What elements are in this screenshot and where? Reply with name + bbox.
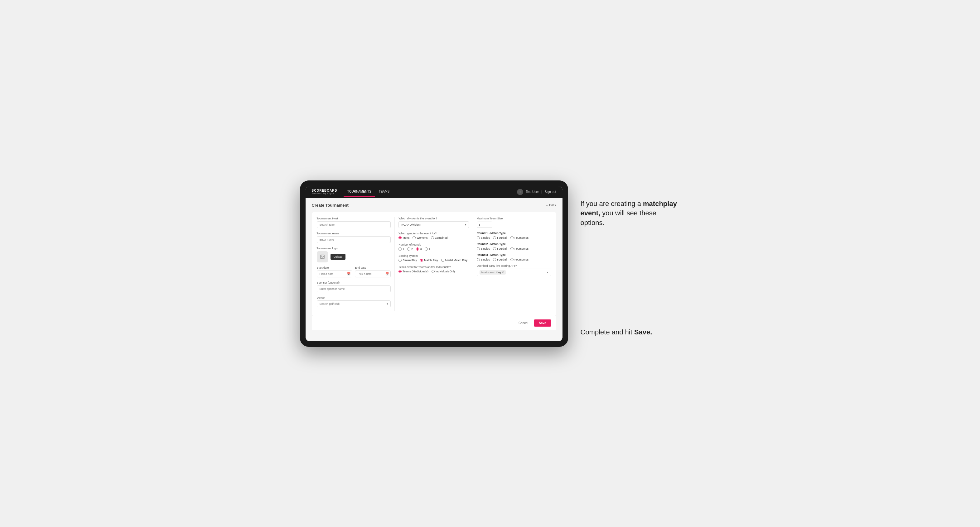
- radio-r1-fourball[interactable]: Fourball: [493, 236, 507, 239]
- radio-teams[interactable]: Teams (+Individuals): [398, 270, 428, 273]
- nav-tabs: TOURNAMENTS TEAMS: [344, 187, 393, 197]
- max-team-size-label: Maximum Team Size: [477, 217, 551, 220]
- sponsor-input[interactable]: [317, 286, 391, 292]
- cancel-button[interactable]: Cancel: [515, 319, 531, 327]
- radio-r1-foursomes[interactable]: Foursomes: [511, 236, 528, 239]
- radio-r3-fourball[interactable]: Fourball: [493, 258, 507, 261]
- radio-r1-foursomes-input[interactable]: [511, 236, 514, 239]
- round2-radio-group: Singles Fourball Foursomes: [477, 247, 551, 250]
- radio-r2-singles-input[interactable]: [477, 247, 480, 250]
- radio-r1-singles-input[interactable]: [477, 236, 480, 239]
- radio-r3-singles-input[interactable]: [477, 258, 480, 261]
- round1-match-type: Round 1 - Match Type Singles Fourball: [477, 232, 551, 239]
- radio-r3-fourball-input[interactable]: [493, 258, 496, 261]
- radio-round-1-input[interactable]: [398, 248, 402, 251]
- radio-r2-fourball-input[interactable]: [493, 247, 496, 250]
- annotation-bottom-text: Complete and hit: [581, 328, 634, 336]
- tablet-screen: SCOREBOARD Powered by clippt TOURNAMENTS…: [305, 186, 563, 341]
- calendar-icon: 📅: [347, 272, 350, 276]
- form-col-3: Maximum Team Size Round 1 - Match Type S…: [473, 217, 551, 311]
- radio-stroke-play[interactable]: Stroke Play: [398, 259, 417, 262]
- sponsor-label: Sponsor (optional): [317, 281, 391, 284]
- radio-round-2-input[interactable]: [407, 248, 410, 251]
- radio-round-3-input[interactable]: [416, 248, 419, 251]
- radio-stroke-play-input[interactable]: [398, 259, 402, 262]
- radio-round-2[interactable]: 2: [407, 248, 413, 251]
- venue-input[interactable]: [317, 300, 391, 307]
- radio-r2-foursomes-input[interactable]: [511, 247, 514, 250]
- app-logo: SCOREBOARD Powered by clippt: [312, 189, 337, 195]
- radio-r2-singles[interactable]: Singles: [477, 247, 490, 250]
- radio-womens[interactable]: Womens: [412, 236, 428, 239]
- radio-mens[interactable]: Mens: [398, 236, 409, 239]
- radio-medal-match-play-input[interactable]: [441, 259, 444, 262]
- radio-round-4[interactable]: 4: [425, 248, 430, 251]
- api-tag-remove[interactable]: ✕: [502, 271, 504, 274]
- radio-combined[interactable]: Combined: [431, 236, 448, 239]
- annotation-top: If you are creating a matchplay event, y…: [581, 199, 680, 228]
- division-select[interactable]: NCAA Division I: [398, 221, 469, 228]
- radio-round-4-input[interactable]: [425, 248, 428, 251]
- tournament-logo-field: Tournament logo Upload: [317, 247, 391, 262]
- rounds-field: Number of rounds 1 2: [398, 243, 469, 251]
- api-select-wrapper[interactable]: Leaderboard King ✕ ▾: [477, 269, 551, 276]
- radio-round-1[interactable]: 1: [398, 248, 404, 251]
- teams-radio-group: Teams (+Individuals) Individuals Only: [398, 270, 469, 273]
- radio-r1-fourball-input[interactable]: [493, 236, 496, 239]
- scoring-label: Scoring system: [398, 254, 469, 257]
- tournament-name-input[interactable]: [317, 236, 391, 243]
- tab-tournaments[interactable]: TOURNAMENTS: [344, 187, 375, 197]
- radio-individuals-input[interactable]: [431, 270, 435, 273]
- round2-match-type: Round 2 - Match Type Singles Fourball: [477, 243, 551, 250]
- venue-field: Venue: [317, 296, 391, 307]
- radio-r3-singles[interactable]: Singles: [477, 258, 490, 261]
- sponsor-field: Sponsor (optional): [317, 281, 391, 292]
- max-team-size-input[interactable]: [477, 222, 492, 228]
- radio-match-play-label: Match Play: [424, 259, 438, 262]
- calendar-icon-2: 📅: [385, 272, 389, 276]
- radio-individuals[interactable]: Individuals Only: [431, 270, 455, 273]
- radio-match-play-input[interactable]: [420, 259, 423, 262]
- content-area: Create Tournament ← Back Tournament Host…: [305, 198, 563, 341]
- upload-button[interactable]: Upload: [331, 254, 346, 260]
- radio-r2-singles-label: Singles: [481, 247, 490, 250]
- radio-round-3[interactable]: 3: [416, 248, 422, 251]
- radio-r2-fourball[interactable]: Fourball: [493, 247, 507, 250]
- radio-medal-match-play[interactable]: Medal Match Play: [441, 259, 468, 262]
- api-dropdown-icon: ▾: [547, 271, 549, 274]
- radio-match-play[interactable]: Match Play: [420, 259, 438, 262]
- back-link[interactable]: ← Back: [545, 203, 556, 207]
- form-footer: Cancel Save: [312, 316, 556, 330]
- tab-teams[interactable]: TEAMS: [375, 187, 393, 197]
- radio-teams-input[interactable]: [398, 270, 402, 273]
- radio-r1-singles[interactable]: Singles: [477, 236, 490, 239]
- scoring-field: Scoring system Stroke Play Match Play: [398, 254, 469, 262]
- radio-round-3-label: 3: [420, 248, 422, 251]
- radio-womens-input[interactable]: [412, 236, 416, 239]
- radio-mens-input[interactable]: [398, 236, 402, 239]
- annotation-bottom: Complete and hit Save.: [581, 240, 680, 337]
- tablet-frame: SCOREBOARD Powered by clippt TOURNAMENTS…: [300, 181, 568, 347]
- date-fields: Start date 📅 End date: [317, 266, 391, 277]
- division-select-wrapper: NCAA Division I: [398, 221, 469, 228]
- start-date-wrapper: 📅: [317, 270, 353, 277]
- logo-upload: Upload: [317, 251, 391, 262]
- tournament-host-input[interactable]: [317, 221, 391, 228]
- venue-label: Venue: [317, 296, 391, 299]
- gender-field: Which gender is the event for? Mens Wome…: [398, 232, 469, 239]
- start-date-label: Start date: [317, 266, 353, 269]
- user-name: Test User: [526, 190, 539, 194]
- form-col-2: Which division is the event for? NCAA Di…: [395, 217, 473, 311]
- radio-r3-foursomes-input[interactable]: [511, 258, 514, 261]
- radio-combined-input[interactable]: [431, 236, 434, 239]
- tournament-host-label: Tournament Host: [317, 217, 391, 220]
- save-button[interactable]: Save: [534, 319, 551, 327]
- page-header: Create Tournament ← Back: [312, 203, 556, 208]
- max-team-size-field: Maximum Team Size: [477, 217, 551, 228]
- round3-radio-group: Singles Fourball Foursomes: [477, 258, 551, 261]
- radio-r2-foursomes[interactable]: Foursomes: [511, 247, 528, 250]
- radio-r3-foursomes[interactable]: Foursomes: [511, 258, 528, 261]
- teams-field: Is this event for Teams and/or Individua…: [398, 265, 469, 273]
- page-title: Create Tournament: [312, 203, 348, 208]
- sign-out-link[interactable]: Sign out: [545, 190, 556, 194]
